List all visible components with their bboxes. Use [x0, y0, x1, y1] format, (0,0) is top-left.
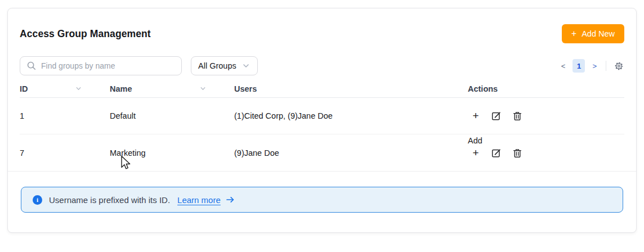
- sort-chevron-icon[interactable]: [74, 84, 83, 93]
- search-box: [20, 56, 182, 75]
- column-header-users: Users: [234, 80, 468, 97]
- trash-icon: [512, 148, 522, 158]
- info-banner: i Username is prefixed with its ID. Lear…: [21, 187, 623, 213]
- cell-actions: +: [468, 98, 624, 134]
- pagination-prev-button[interactable]: <: [559, 61, 568, 71]
- arrow-right-icon: [225, 195, 235, 205]
- toolbar: All Groups < 1 >: [20, 56, 624, 75]
- delete-button[interactable]: [511, 109, 524, 123]
- page-title: Access Group Management: [20, 28, 151, 40]
- plus-icon: +: [571, 29, 576, 38]
- search-input[interactable]: [20, 56, 182, 75]
- table-row: 1 Default (1)Cited Corp, (9)Jane Doe +: [20, 98, 624, 134]
- groups-table: ID Name Users Actions: [20, 80, 624, 171]
- add-new-label: Add New: [582, 29, 615, 38]
- table-bottom-divider: [8, 171, 636, 172]
- gear-icon: [614, 65, 624, 73]
- edit-icon: [491, 111, 502, 121]
- chevron-down-icon: [242, 61, 251, 70]
- pagination-current-page[interactable]: 1: [573, 59, 585, 73]
- pagination-next-button[interactable]: >: [590, 61, 599, 71]
- table-header-row: ID Name Users Actions: [20, 80, 624, 98]
- cell-name: Default: [110, 98, 234, 134]
- filter-selected-value: All Groups: [198, 61, 236, 70]
- access-group-card: Access Group Management + Add New All Gr…: [7, 8, 637, 233]
- card-header: Access Group Management + Add New: [20, 24, 624, 43]
- sort-chevron-icon[interactable]: [199, 84, 207, 93]
- cell-name: Marketing: [110, 134, 234, 171]
- cell-actions: Add +: [468, 134, 624, 171]
- column-header-name[interactable]: Name: [110, 80, 234, 97]
- add-tooltip-label: Add: [468, 136, 482, 145]
- toolbar-divider: [606, 61, 606, 71]
- cell-id: 1: [20, 98, 110, 134]
- banner-message: Username is prefixed with its ID.: [49, 195, 170, 205]
- groups-filter-select[interactable]: All Groups: [191, 56, 258, 75]
- search-icon: [26, 61, 37, 73]
- add-new-button[interactable]: + Add New: [562, 24, 624, 43]
- cell-users: (1)Cited Corp, (9)Jane Doe: [234, 98, 468, 134]
- edit-icon: [491, 148, 502, 158]
- column-header-id[interactable]: ID: [20, 80, 110, 97]
- cell-id: 7: [20, 134, 110, 171]
- table-row: 7 Marketing (9)Jane Doe Add +: [20, 134, 624, 171]
- settings-button[interactable]: [614, 61, 624, 71]
- delete-button[interactable]: [511, 146, 524, 160]
- edit-button[interactable]: [490, 146, 503, 160]
- cell-users: (9)Jane Doe: [234, 134, 468, 171]
- add-user-button[interactable]: +: [469, 109, 482, 123]
- column-header-actions: Actions: [468, 80, 624, 97]
- edit-button[interactable]: [490, 109, 503, 123]
- pagination: < 1 >: [559, 59, 599, 73]
- learn-more-link[interactable]: Learn more: [177, 195, 221, 205]
- add-user-button[interactable]: +: [469, 146, 482, 160]
- trash-icon: [512, 111, 522, 121]
- info-icon: i: [33, 195, 42, 205]
